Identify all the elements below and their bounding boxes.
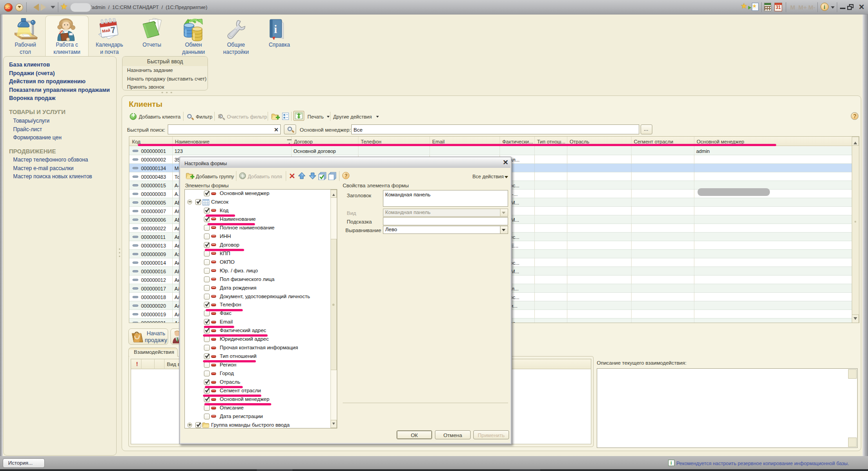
svg-text:i: i — [274, 23, 277, 35]
